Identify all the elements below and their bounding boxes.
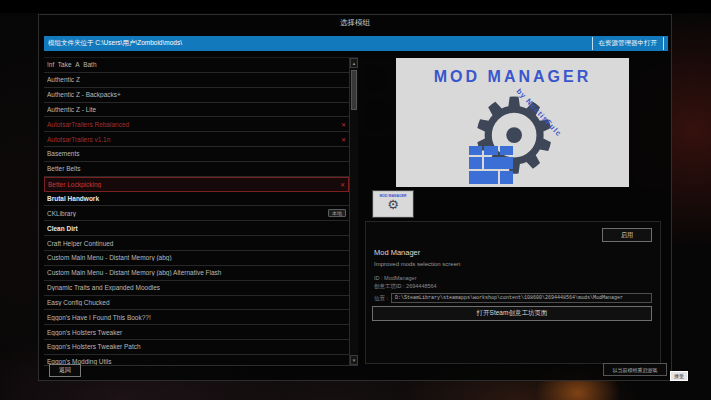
scrollbar-thumb[interactable]: [351, 70, 357, 110]
mod-list: !nf_Take_A_Bath Authentic Z Authentic Z …: [44, 58, 349, 365]
missing-icon: ✕: [340, 181, 345, 188]
list-item[interactable]: Authentic Z - Lite: [44, 103, 349, 118]
restart-with-mods-button[interactable]: 以当前模组重启游戏: [603, 363, 667, 376]
list-item-label: Easy Config Chucked: [47, 299, 346, 306]
list-item[interactable]: Craft Helper Continued: [44, 236, 349, 251]
list-item-label: Authentic Z - Lite: [47, 106, 346, 113]
mod-id-line: ID : ModManager: [374, 275, 417, 281]
page-title: 选择模组: [39, 18, 671, 28]
mods-folder-banner: 模组文件夹位于 C:\Users\用户\Zomboid\mods\ 在资源管理器…: [44, 36, 668, 51]
list-item[interactable]: Eggon's Holsters Tweaker: [44, 325, 349, 340]
missing-icon: ✕: [341, 121, 346, 128]
mod-list-panel: !nf_Take_A_Bath Authentic Z Authentic Z …: [44, 57, 358, 366]
mod-details-panel: 启用 Mod Manager Improved mods selection s…: [365, 221, 661, 364]
list-item-label: Eggon's Have I Found This Book??!: [47, 314, 346, 321]
list-item[interactable]: Clean Dirt: [44, 221, 349, 236]
list-item[interactable]: Authentic Z: [44, 73, 349, 88]
list-item-label: Clean Dirt: [47, 225, 346, 232]
list-item-label: !nf_Take_A_Bath: [47, 61, 346, 68]
letterbox-top: [0, 0, 711, 13]
chevron-down-icon[interactable]: ▼: [350, 355, 358, 365]
list-item[interactable]: Eggon's Modding Utils: [44, 355, 349, 366]
mod-name: Mod Manager: [374, 248, 420, 257]
list-item[interactable]: AutotsarTrailers Rebalanced ✕: [44, 117, 349, 132]
list-item[interactable]: Dynamic Traits and Expanded Moodles: [44, 281, 349, 296]
table-grid-icon: [469, 146, 513, 186]
list-item[interactable]: Custom Main Menu - Distant Memory (abg): [44, 251, 349, 266]
list-item-label: Eggon's Holsters Tweaker Patch: [47, 343, 346, 350]
list-item[interactable]: !nf_Take_A_Bath: [44, 58, 349, 73]
list-item[interactable]: AutotsarTrailers v1.1n ✕: [44, 132, 349, 147]
mod-preview-panel: MOD MANAGER ⚙ by NoctisFulc MOD MANAGER …: [363, 57, 668, 366]
list-item[interactable]: Basements: [44, 147, 349, 162]
list-item[interactable]: Eggon's Holsters Tweaker Patch: [44, 340, 349, 355]
list-item-label: Better Lockpicking: [48, 181, 336, 188]
list-item-label: Dynamic Traits and Expanded Moodles: [47, 284, 346, 291]
mods-screen: ZOMBOID 选择模组 模组文件夹位于 C:\Users\用户\Zomboid…: [0, 0, 711, 400]
accept-button[interactable]: 接受: [670, 371, 688, 381]
list-item[interactable]: Brutal Handwork: [44, 192, 349, 207]
mod-list-scrollbar[interactable]: ▲ ▼: [349, 58, 358, 365]
list-item-label: Craft Helper Continued: [47, 240, 346, 247]
mods-folder-path-text: 模组文件夹位于 C:\Users\用户\Zomboid\mods\: [48, 39, 592, 48]
list-item[interactable]: Authentic Z - Backpacks+: [44, 88, 349, 103]
mod-badge: 本地: [328, 209, 346, 217]
list-item-label: AutotsarTrailers Rebalanced: [47, 121, 337, 128]
list-item-label: Basements: [47, 150, 346, 157]
chevron-up-icon[interactable]: ▲: [350, 58, 358, 68]
list-item[interactable]: Easy Config Chucked: [44, 296, 349, 311]
location-path-field[interactable]: D:\SteamLibrary\steamapps\workshop\conte…: [391, 293, 652, 303]
thumbnail-strip: MOD MANAGER ⚙: [363, 190, 668, 219]
mod-location-row: 位置 : D:\SteamLibrary\steamapps\workshop\…: [374, 293, 652, 303]
gear-icon: ⚙: [374, 198, 412, 211]
workshop-id-line: 创意工坊ID : 2694448564: [374, 283, 437, 290]
open-folder-button[interactable]: 在资源管理器中打开: [592, 37, 665, 50]
list-item-label: Custom Main Menu - Distant Memory (abg): [47, 254, 346, 261]
mod-description: Improved mods selection screen: [374, 261, 460, 267]
list-item-label: AutotsarTrailers v1.1n: [47, 136, 337, 143]
list-item[interactable]: Custom Main Menu - Distant Memory (abg) …: [44, 266, 349, 281]
mod-poster-image: MOD MANAGER ⚙ by NoctisFulc: [396, 58, 629, 187]
list-item-label: Brutal Handwork: [47, 195, 346, 202]
poster-thumbnail-selected[interactable]: MOD MANAGER ⚙: [373, 191, 413, 217]
mods-dialog: 选择模组 模组文件夹位于 C:\Users\用户\Zomboid\mods\ 在…: [38, 14, 672, 381]
open-workshop-page-button[interactable]: 打开Steam创意工坊页面: [372, 306, 652, 321]
list-item-label: Better Belts: [47, 165, 346, 172]
list-item[interactable]: Better Lockpicking ✕: [44, 177, 349, 192]
missing-icon: ✕: [341, 136, 346, 143]
list-item-label: CKLibrary: [47, 210, 324, 217]
list-item[interactable]: Better Belts: [44, 162, 349, 177]
back-button[interactable]: 返回: [49, 364, 81, 377]
location-label: 位置 :: [374, 295, 388, 302]
list-item[interactable]: CKLibrary 本地: [44, 206, 349, 221]
list-item-label: Authentic Z - Backpacks+: [47, 91, 346, 98]
list-item-label: Custom Main Menu - Distant Memory (abg) …: [47, 269, 346, 276]
list-item-label: Eggon's Holsters Tweaker: [47, 329, 346, 336]
list-item[interactable]: Eggon's Have I Found This Book??!: [44, 310, 349, 325]
list-item-label: Authentic Z: [47, 76, 346, 83]
list-item-label: Eggon's Modding Utils: [47, 358, 346, 365]
enable-mod-button[interactable]: 启用: [602, 228, 652, 242]
